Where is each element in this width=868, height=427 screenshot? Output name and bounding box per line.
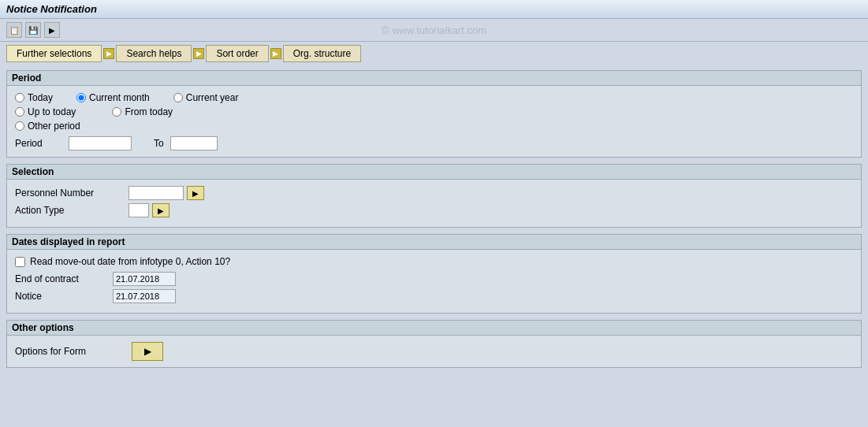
radio-up-to-today[interactable]: Up to today	[15, 106, 76, 117]
personnel-number-input[interactable]	[129, 186, 184, 200]
action-type-input[interactable]	[129, 203, 149, 217]
personnel-number-label: Personnel Number	[15, 188, 125, 199]
main-content: Period Today Current month Current year	[0, 65, 868, 379]
radio-current-month[interactable]: Current month	[76, 92, 150, 103]
tab-org-structure[interactable]: Org. structure	[283, 45, 361, 62]
read-moveout-row: Read move-out date from infotype 0, Acti…	[15, 256, 853, 267]
selection-section-header: Selection	[7, 165, 861, 180]
period-section-body: Today Current month Current year Up to t…	[7, 86, 861, 157]
tab-arrow-2: ▶	[193, 48, 204, 59]
execute-icon[interactable]: ▶	[44, 22, 60, 38]
window-title: Notice Notification	[6, 3, 97, 15]
toolbar: 📋 💾 ▶ © www.tutorialkart.com	[0, 19, 868, 42]
tab-arrow-3: ▶	[270, 48, 281, 59]
dates-section: Dates displayed in report Read move-out …	[6, 234, 862, 314]
action-type-label: Action Type	[15, 205, 125, 216]
tab-further-selections-label: Further selections	[17, 48, 91, 59]
read-moveout-label: Read move-out date from infotype 0, Acti…	[30, 256, 230, 267]
tab-search-helps-label: Search helps	[126, 48, 181, 59]
radio-other-period[interactable]: Other period	[15, 121, 80, 132]
save-icon[interactable]: 💾	[25, 22, 41, 38]
period-row-2: Up to today From today	[15, 106, 853, 117]
read-moveout-checkbox[interactable]	[15, 257, 25, 267]
options-for-form-row: Options for Form ▶	[15, 342, 853, 361]
copy-icon[interactable]: 📋	[6, 22, 22, 38]
period-from-input[interactable]	[69, 136, 132, 150]
radio-today[interactable]: Today	[15, 92, 53, 103]
tabs-bar: Further selections ▶ Search helps ▶ Sort…	[0, 42, 868, 65]
notice-label: Notice	[15, 291, 110, 302]
action-type-row: Action Type ▶	[15, 203, 853, 217]
end-of-contract-row: End of contract	[15, 272, 853, 286]
radio-current-year[interactable]: Current year	[173, 92, 239, 103]
tab-org-structure-label: Org. structure	[293, 48, 351, 59]
period-section-header: Period	[7, 71, 861, 86]
period-row-3: Other period	[15, 121, 853, 132]
selection-section: Selection Personnel Number ▶ Action Type…	[6, 164, 862, 228]
radio-today-input[interactable]	[15, 93, 24, 102]
other-options-section-body: Options for Form ▶	[7, 336, 861, 367]
radio-other-period-input[interactable]	[15, 121, 24, 131]
personnel-number-arrow-btn[interactable]: ▶	[187, 186, 204, 200]
end-of-contract-input[interactable]	[113, 272, 176, 286]
period-to-input[interactable]	[170, 136, 218, 150]
title-bar: Notice Notification	[0, 0, 868, 19]
period-row-1: Today Current month Current year	[15, 92, 853, 103]
radio-current-month-input[interactable]	[76, 93, 86, 102]
other-options-section: Other options Options for Form ▶	[6, 320, 862, 368]
personnel-number-row: Personnel Number ▶	[15, 186, 853, 200]
tab-search-helps[interactable]: Search helps	[116, 45, 192, 62]
notice-input[interactable]	[113, 289, 176, 303]
selection-section-body: Personnel Number ▶ Action Type ▶	[7, 180, 861, 227]
notice-row: Notice	[15, 289, 853, 303]
tab-sort-order-label: Sort order	[216, 48, 258, 59]
tab-arrow-1: ▶	[103, 48, 114, 59]
end-of-contract-label: End of contract	[15, 273, 110, 284]
radio-up-to-today-input[interactable]	[15, 107, 24, 117]
radio-current-year-input[interactable]	[173, 93, 183, 102]
dates-section-header: Dates displayed in report	[7, 235, 861, 250]
other-options-section-header: Other options	[7, 321, 861, 336]
radio-from-today-input[interactable]	[112, 107, 121, 117]
period-label: Period	[15, 138, 62, 149]
period-section: Period Today Current month Current year	[6, 70, 862, 158]
options-for-form-btn[interactable]: ▶	[132, 342, 163, 361]
period-input-row: Period To	[15, 136, 853, 150]
radio-from-today[interactable]: From today	[112, 106, 173, 117]
tab-further-selections[interactable]: Further selections	[6, 45, 102, 62]
tab-sort-order[interactable]: Sort order	[206, 45, 268, 62]
action-type-arrow-btn[interactable]: ▶	[152, 203, 170, 217]
to-label: To	[154, 138, 164, 149]
watermark: © www.tutorialkart.com	[382, 24, 486, 36]
options-for-form-label: Options for Form	[15, 346, 125, 357]
dates-section-body: Read move-out date from infotype 0, Acti…	[7, 250, 861, 313]
